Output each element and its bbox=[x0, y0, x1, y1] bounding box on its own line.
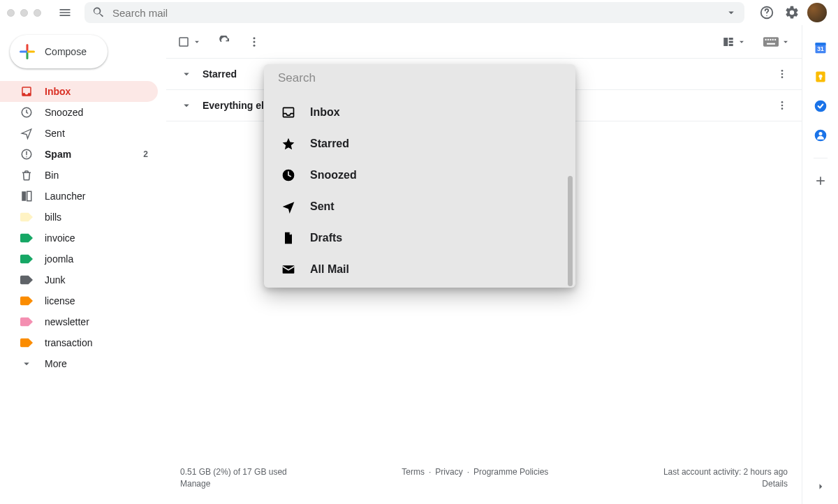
search-icon bbox=[91, 6, 105, 20]
chevron-down-icon bbox=[737, 37, 747, 47]
side-panel-toggle[interactable] bbox=[814, 480, 827, 504]
sidebar-item-label: More bbox=[45, 358, 67, 369]
split-pane-toggle[interactable] bbox=[722, 36, 747, 48]
split-icon bbox=[722, 36, 735, 48]
svg-point-36 bbox=[818, 132, 822, 135]
svg-rect-7 bbox=[179, 38, 188, 46]
sidebar-item-label: transaction bbox=[45, 337, 92, 348]
svg-rect-19 bbox=[772, 38, 774, 40]
more-vert-icon bbox=[777, 68, 788, 80]
calendar-icon[interactable]: 31 bbox=[814, 40, 828, 54]
dropdown-item-sent[interactable]: Sent bbox=[264, 191, 575, 222]
privacy-link[interactable]: Privacy bbox=[435, 467, 462, 489]
label-icon bbox=[20, 231, 34, 245]
dropdown-item-label: Drafts bbox=[310, 232, 342, 244]
sidebar-item-bin[interactable]: Bin bbox=[0, 165, 158, 186]
settings-button[interactable] bbox=[782, 3, 802, 22]
contacts-icon[interactable] bbox=[814, 128, 828, 142]
star-icon bbox=[281, 137, 296, 151]
sidebar-item-label: Junk bbox=[45, 274, 66, 286]
label-icon bbox=[20, 315, 34, 329]
keep-icon[interactable] bbox=[814, 70, 828, 84]
terms-link[interactable]: Terms bbox=[402, 467, 425, 489]
compose-button[interactable]: Compose bbox=[10, 35, 108, 68]
dropdown-item-starred[interactable]: Starred bbox=[264, 128, 575, 159]
dropdown-item-snoozed[interactable]: Snoozed bbox=[264, 159, 575, 191]
sidebar-item-spam[interactable]: Spam2 bbox=[0, 144, 158, 165]
search-bar[interactable] bbox=[84, 2, 744, 23]
sidebar-item-launcher[interactable]: Launcher bbox=[0, 186, 158, 207]
policies-link[interactable]: Programme Policies bbox=[473, 467, 548, 489]
window-close-icon[interactable] bbox=[7, 9, 15, 17]
dropdown-search-input[interactable] bbox=[278, 71, 561, 85]
sidebar-item-label: newsletter bbox=[45, 316, 89, 327]
sidebar-item-more[interactable]: More bbox=[0, 353, 158, 374]
label-icon bbox=[20, 294, 34, 308]
manage-storage-link[interactable]: Manage bbox=[180, 479, 287, 489]
sidebar-item-license[interactable]: license bbox=[0, 290, 158, 311]
svg-point-24 bbox=[781, 76, 784, 78]
main-menu-button[interactable] bbox=[51, 0, 79, 27]
sidebar-item-transaction[interactable]: transaction bbox=[0, 332, 158, 353]
svg-text:31: 31 bbox=[817, 45, 824, 52]
chevron-down-icon bbox=[180, 68, 193, 80]
trash-icon bbox=[20, 168, 34, 182]
svg-rect-17 bbox=[767, 38, 769, 40]
sidebar-item-label: Sent bbox=[45, 128, 65, 139]
sidebar-item-bills[interactable]: bills bbox=[0, 207, 158, 228]
section-more-button[interactable] bbox=[777, 100, 788, 111]
dropdown-item-all-mail[interactable]: All Mail bbox=[264, 253, 575, 285]
window-zoom-icon[interactable] bbox=[34, 9, 41, 17]
sidebar-nav: InboxSnoozedSentSpam2BinLauncherbillsinv… bbox=[0, 81, 166, 374]
gear-icon bbox=[784, 5, 800, 20]
dropdown-item-inbox[interactable]: Inbox bbox=[264, 96, 575, 128]
more-vert-icon bbox=[248, 36, 260, 48]
label-picker-dropdown: InboxStarredSnoozedSentDraftsAll Mail bbox=[264, 64, 575, 288]
window-minimize-icon[interactable] bbox=[20, 9, 28, 17]
help-icon bbox=[759, 5, 774, 20]
file-icon bbox=[281, 231, 296, 245]
sidebar-item-snoozed[interactable]: Snoozed bbox=[0, 102, 158, 123]
tasks-icon[interactable] bbox=[814, 99, 828, 113]
more-actions-button[interactable] bbox=[248, 36, 260, 48]
section-more-button[interactable] bbox=[777, 68, 788, 80]
hamburger-icon bbox=[58, 6, 72, 20]
dropdown-scrollbar[interactable] bbox=[568, 176, 573, 286]
select-all-checkbox[interactable] bbox=[177, 36, 202, 48]
input-tools-button[interactable] bbox=[763, 37, 791, 47]
svg-rect-13 bbox=[729, 40, 733, 43]
dropdown-item-drafts[interactable]: Drafts bbox=[264, 222, 575, 253]
svg-point-4 bbox=[26, 156, 27, 158]
sidebar-item-label: Bin bbox=[45, 170, 59, 181]
search-input[interactable] bbox=[112, 7, 725, 19]
refresh-icon bbox=[219, 36, 231, 48]
chevron-right-icon bbox=[814, 480, 827, 493]
account-avatar[interactable] bbox=[807, 3, 827, 22]
sidebar-item-newsletter[interactable]: newsletter bbox=[0, 311, 158, 332]
keyboard-icon bbox=[763, 37, 779, 47]
sidebar-item-invoice[interactable]: invoice bbox=[0, 228, 158, 249]
sidebar-item-label: Launcher bbox=[45, 191, 85, 202]
dropdown-list: InboxStarredSnoozedSentDraftsAll Mail bbox=[264, 89, 575, 285]
inbox-icon bbox=[20, 84, 34, 98]
label-icon bbox=[20, 273, 34, 287]
search-dropdown-icon[interactable] bbox=[725, 6, 737, 19]
add-addon-icon[interactable] bbox=[814, 174, 828, 188]
sidebar-item-inbox[interactable]: Inbox bbox=[0, 81, 158, 102]
chev-icon bbox=[20, 357, 34, 371]
sidebar-item-label: bills bbox=[45, 212, 61, 223]
label-icon bbox=[20, 210, 34, 224]
sidebar-item-sent[interactable]: Sent bbox=[0, 123, 158, 144]
svg-rect-12 bbox=[729, 38, 733, 40]
svg-rect-29 bbox=[815, 43, 825, 45]
more-vert-icon bbox=[777, 100, 788, 111]
refresh-button[interactable] bbox=[219, 36, 231, 48]
sidebar-item-junk[interactable]: Junk bbox=[0, 269, 158, 290]
details-link[interactable]: Details bbox=[663, 479, 788, 489]
clock-icon bbox=[20, 105, 34, 119]
storage-usage: 0.51 GB (2%) of 17 GB used bbox=[180, 467, 287, 477]
plane-icon bbox=[20, 126, 34, 140]
svg-point-27 bbox=[781, 108, 784, 110]
sidebar-item-joomla[interactable]: joomla bbox=[0, 249, 158, 269]
support-button[interactable] bbox=[757, 3, 777, 22]
